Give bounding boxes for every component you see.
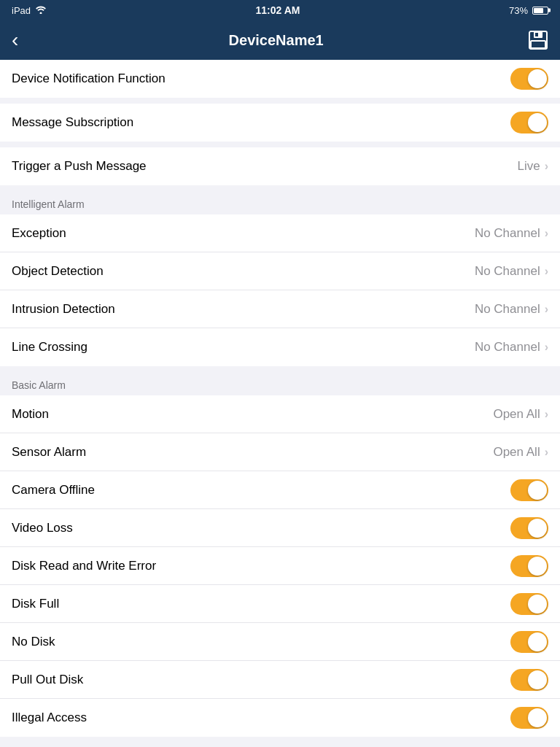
ipad-label: iPad	[12, 5, 31, 16]
trigger-push-chevron: ›	[545, 160, 548, 173]
line-crossing-row[interactable]: Line Crossing No Channel ›	[0, 328, 560, 366]
illegal-access-toggle[interactable]	[510, 707, 548, 729]
device-notification-label: Device Notification Function	[12, 71, 166, 86]
svg-rect-3	[535, 33, 538, 36]
sensor-alarm-label: Sensor Alarm	[12, 445, 86, 460]
illegal-access-label: Illegal Access	[12, 711, 87, 725]
motion-chevron: ›	[545, 408, 548, 421]
no-disk-row: No Disk	[0, 623, 560, 661]
trigger-push-group: Trigger a Push Message Live ›	[0, 147, 560, 185]
motion-value: Open All	[493, 407, 540, 422]
basic-alarm-group: Motion Open All › Sensor Alarm Open All …	[0, 395, 560, 737]
divider-3	[0, 185, 560, 191]
disk-read-write-toggle[interactable]	[510, 555, 548, 577]
wifi-icon	[35, 5, 47, 16]
trigger-push-right: Live ›	[517, 159, 548, 174]
exception-value: No Channel	[475, 226, 540, 241]
content: Device Notification Function Message Sub…	[0, 60, 560, 737]
camera-offline-label: Camera Offline	[12, 483, 95, 498]
disk-full-toggle[interactable]	[510, 593, 548, 615]
disk-full-label: Disk Full	[12, 597, 59, 611]
basic-alarm-header: Basic Alarm	[0, 372, 560, 395]
intelligent-alarm-group: Exception No Channel › Object Detection …	[0, 214, 560, 366]
pull-out-disk-row: Pull Out Disk	[0, 661, 560, 699]
sensor-alarm-right: Open All ›	[493, 445, 548, 460]
object-detection-right: No Channel ›	[475, 264, 548, 279]
camera-offline-row: Camera Offline	[0, 471, 560, 509]
back-button[interactable]: ‹	[12, 28, 24, 52]
pull-out-disk-toggle[interactable]	[510, 669, 548, 691]
message-subscription-label: Message Subscription	[12, 115, 133, 130]
battery-percent: 73%	[509, 5, 528, 16]
message-subscription-group: Message Subscription	[0, 104, 560, 142]
intrusion-detection-right: No Channel ›	[475, 302, 548, 317]
divider-4	[0, 366, 560, 372]
motion-right: Open All ›	[493, 407, 548, 422]
camera-offline-toggle[interactable]	[510, 479, 548, 501]
sensor-alarm-row[interactable]: Sensor Alarm Open All ›	[0, 433, 560, 471]
sensor-alarm-value: Open All	[493, 445, 540, 460]
device-notification-group: Device Notification Function	[0, 60, 560, 98]
message-subscription-toggle[interactable]	[510, 112, 548, 133]
exception-row[interactable]: Exception No Channel ›	[0, 214, 560, 252]
object-detection-label: Object Detection	[12, 264, 104, 279]
exception-label: Exception	[12, 226, 66, 241]
no-disk-toggle[interactable]	[510, 631, 548, 653]
status-time: 11:02 AM	[256, 4, 300, 16]
motion-label: Motion	[12, 407, 49, 422]
line-crossing-chevron: ›	[545, 341, 548, 354]
message-subscription-right	[510, 112, 548, 133]
illegal-access-row: Illegal Access	[0, 699, 560, 737]
intrusion-detection-chevron: ›	[545, 303, 548, 316]
intelligent-alarm-header: Intelligent Alarm	[0, 191, 560, 214]
trigger-push-row[interactable]: Trigger a Push Message Live ›	[0, 147, 560, 185]
status-right: 73%	[509, 5, 548, 16]
device-notification-row: Device Notification Function	[0, 60, 560, 98]
intrusion-detection-label: Intrusion Detection	[12, 302, 115, 317]
page-title: DeviceName1	[24, 32, 528, 49]
no-disk-label: No Disk	[12, 635, 55, 649]
sensor-alarm-chevron: ›	[545, 446, 548, 459]
disk-read-write-row: Disk Read and Write Error	[0, 547, 560, 585]
pull-out-disk-label: Pull Out Disk	[12, 673, 83, 687]
save-button[interactable]	[528, 30, 548, 50]
video-loss-toggle[interactable]	[510, 517, 548, 539]
svg-rect-2	[531, 41, 545, 48]
trigger-push-label: Trigger a Push Message	[12, 159, 147, 174]
line-crossing-label: Line Crossing	[12, 340, 88, 355]
save-icon	[528, 30, 548, 50]
intrusion-detection-row[interactable]: Intrusion Detection No Channel ›	[0, 290, 560, 328]
object-detection-row[interactable]: Object Detection No Channel ›	[0, 252, 560, 290]
exception-right: No Channel ›	[475, 226, 548, 241]
battery-icon	[532, 7, 548, 15]
line-crossing-right: No Channel ›	[475, 340, 548, 355]
trigger-push-value: Live	[517, 159, 540, 174]
status-bar: iPad 11:02 AM 73%	[0, 0, 560, 20]
disk-full-row: Disk Full	[0, 585, 560, 623]
device-notification-toggle[interactable]	[510, 68, 548, 90]
intrusion-detection-value: No Channel	[475, 302, 540, 317]
status-left: iPad	[12, 5, 47, 16]
video-loss-label: Video Loss	[12, 521, 73, 535]
divider-1	[0, 98, 560, 104]
video-loss-row: Video Loss	[0, 509, 560, 547]
disk-read-write-label: Disk Read and Write Error	[12, 559, 156, 573]
object-detection-chevron: ›	[545, 265, 548, 278]
object-detection-value: No Channel	[475, 264, 540, 279]
nav-bar: ‹ DeviceName1	[0, 20, 560, 60]
message-subscription-row: Message Subscription	[0, 104, 560, 142]
exception-chevron: ›	[545, 227, 548, 240]
divider-2	[0, 142, 560, 147]
device-notification-right	[510, 68, 548, 90]
motion-row[interactable]: Motion Open All ›	[0, 395, 560, 433]
back-icon: ‹	[12, 28, 18, 52]
line-crossing-value: No Channel	[475, 340, 540, 355]
